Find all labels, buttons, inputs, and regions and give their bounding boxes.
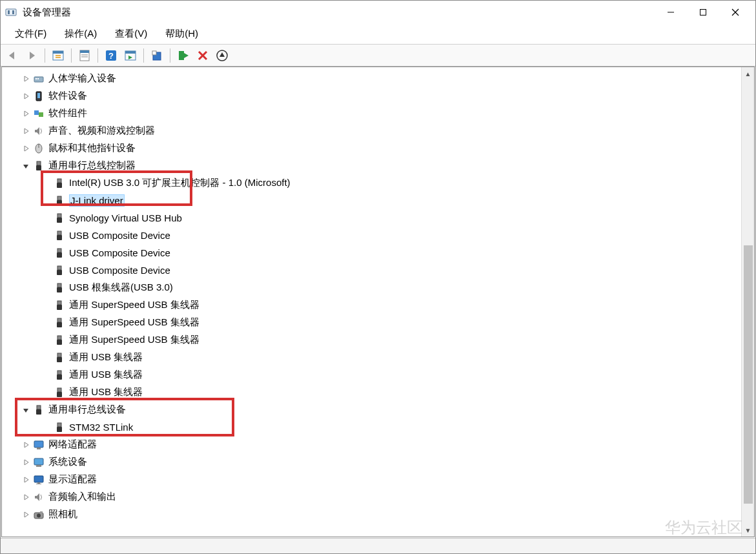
expander-icon[interactable] (42, 423, 51, 432)
close-button[interactable] (719, 1, 751, 24)
forward-button[interactable] (23, 46, 41, 65)
tree-item[interactable]: USB Composite Device (2, 227, 754, 244)
tree-item[interactable]: 通用 USB 集线器 (2, 366, 754, 384)
expander-icon[interactable] (21, 510, 30, 519)
expander-icon[interactable] (42, 283, 51, 292)
svg-rect-22 (179, 51, 184, 60)
expander-icon[interactable] (42, 388, 51, 397)
expander-icon[interactable] (42, 318, 51, 327)
tree-category[interactable]: 通用串行总线设备 (2, 401, 754, 418)
menu-help[interactable]: 帮助(H) (156, 25, 207, 43)
tree-category[interactable]: 软件组件 (2, 105, 754, 122)
tree-category[interactable]: 声音、视频和游戏控制器 (2, 122, 754, 139)
menu-file[interactable]: 文件(F) (6, 25, 56, 43)
expander-icon[interactable] (42, 266, 51, 275)
expander-icon[interactable] (42, 336, 51, 345)
mouse-icon (33, 143, 45, 154)
tree-category[interactable]: 网络适配器 (2, 436, 754, 453)
tree-node-label: USB Composite Device (69, 265, 170, 276)
expander-icon[interactable] (21, 144, 30, 153)
tree-item[interactable]: USB 根集线器(USB 3.0) (2, 279, 754, 296)
back-button[interactable] (3, 46, 21, 65)
status-bar (1, 538, 755, 553)
expander-icon[interactable] (42, 301, 51, 310)
tree-category[interactable]: 照相机 (2, 506, 754, 523)
svg-rect-8 (53, 51, 63, 54)
expander-icon[interactable] (21, 109, 30, 118)
tree-item[interactable]: STM32 STLink (2, 418, 754, 436)
expander-icon[interactable] (42, 231, 51, 240)
tree-category[interactable]: 人体学输入设备 (2, 70, 754, 87)
scroll-thumb[interactable] (744, 245, 753, 504)
tree-category[interactable]: 鼠标和其他指针设备 (2, 139, 754, 157)
toolbar-sep (143, 48, 144, 63)
help-button[interactable]: ? (102, 46, 120, 65)
expander-icon[interactable] (42, 353, 51, 362)
expander-icon[interactable] (42, 179, 51, 188)
expander-icon[interactable] (21, 440, 30, 449)
maximize-button[interactable] (687, 1, 719, 24)
minimize-button[interactable] (655, 1, 687, 24)
tree-item[interactable]: 通用 USB 集线器 (2, 349, 754, 366)
expander-icon[interactable] (21, 475, 30, 484)
tree-item[interactable]: Intel(R) USB 3.0 可扩展主机控制器 - 1.0 (Microso… (2, 174, 754, 192)
expander-icon[interactable] (21, 405, 30, 415)
svg-rect-56 (57, 322, 62, 327)
tree-item[interactable]: Synology Virtual USB Hub (2, 209, 754, 227)
menu-view[interactable]: 查看(V) (106, 25, 156, 43)
tree-item[interactable]: 通用 USB 集线器 (2, 384, 754, 401)
update-driver-button[interactable] (148, 46, 166, 65)
vertical-scrollbar[interactable]: ▲ ▼ (741, 67, 754, 537)
tree-node-label: 通用 USB 集线器 (69, 386, 143, 398)
audio-icon (33, 125, 45, 137)
tree-category[interactable]: 软件设备 (2, 87, 754, 105)
svg-rect-46 (57, 235, 62, 240)
tree-node-label: 软件组件 (48, 107, 87, 119)
expander-icon[interactable] (42, 249, 51, 258)
tree-node-label: 通用 USB 集线器 (69, 369, 143, 381)
usb-plug-icon (54, 422, 65, 433)
tree-category[interactable]: 音频输入和输出 (2, 488, 754, 506)
device-tree[interactable]: 人体学输入设备软件设备软件组件声音、视频和游戏控制器鼠标和其他指针设备通用串行总… (2, 67, 754, 537)
svg-rect-48 (57, 252, 62, 258)
svg-rect-44 (57, 218, 62, 223)
tree-item[interactable]: J-Link driver (2, 192, 754, 209)
expander-icon[interactable] (21, 458, 30, 467)
menu-action[interactable]: 操作(A) (56, 25, 106, 43)
uninstall-device-button[interactable] (194, 46, 212, 65)
expander-icon[interactable] (21, 161, 30, 170)
expander-icon[interactable] (42, 196, 51, 205)
scan-hardware-button[interactable] (121, 46, 139, 65)
svg-rect-51 (57, 283, 61, 287)
expander-icon[interactable] (21, 493, 30, 502)
tree-category[interactable]: 显示适配器 (2, 471, 754, 488)
tree-node-label: STM32 STLink (69, 422, 133, 433)
expander-icon[interactable] (21, 74, 30, 83)
show-hide-tree-button[interactable] (49, 46, 67, 65)
usb-plug-icon (54, 247, 65, 259)
scroll-down-arrow[interactable]: ▼ (742, 524, 754, 537)
expander-icon[interactable] (42, 371, 51, 380)
tree-node-label: 通用串行总线控制器 (48, 159, 136, 172)
tree-category[interactable]: 通用串行总线控制器 (2, 157, 754, 174)
expander-icon[interactable] (21, 92, 30, 101)
disable-device-button[interactable] (213, 46, 231, 65)
scroll-up-arrow[interactable]: ▲ (742, 67, 754, 80)
svg-rect-34 (39, 112, 43, 117)
tree-item[interactable]: USB Composite Device (2, 244, 754, 262)
usb-plug-icon (54, 317, 65, 329)
tree-item[interactable]: USB Composite Device (2, 262, 754, 279)
tree-category[interactable]: 系统设备 (2, 453, 754, 471)
properties-button[interactable] (76, 46, 94, 65)
expander-icon[interactable] (42, 214, 51, 223)
tree-node-label: 照相机 (48, 508, 77, 520)
tree-item[interactable]: 通用 SuperSpeed USB 集线器 (2, 314, 754, 331)
tree-item[interactable]: 通用 SuperSpeed USB 集线器 (2, 331, 754, 349)
tree-node-label: 系统设备 (48, 456, 87, 468)
expander-icon[interactable] (21, 127, 30, 136)
tree-node-label: 声音、视频和游戏控制器 (48, 125, 155, 137)
usb-icon (33, 404, 45, 416)
usb-plug-icon (54, 300, 65, 311)
enable-device-button[interactable] (174, 46, 192, 65)
tree-item[interactable]: 通用 SuperSpeed USB 集线器 (2, 296, 754, 314)
